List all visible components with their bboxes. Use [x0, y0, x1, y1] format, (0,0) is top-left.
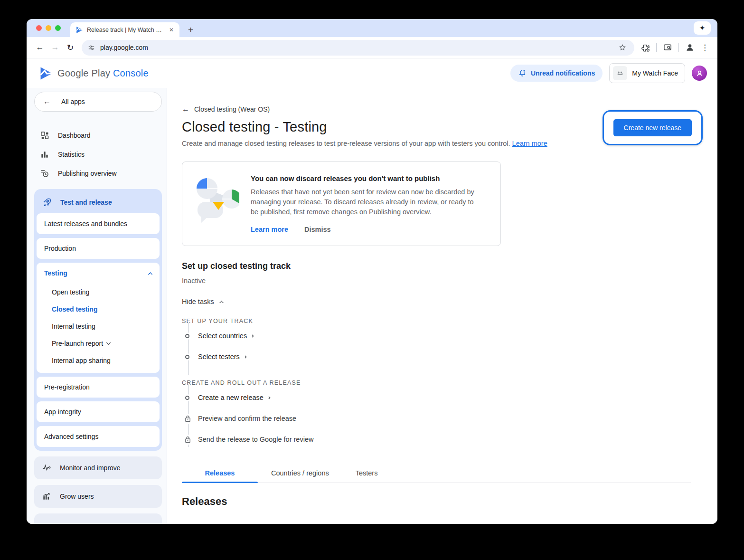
- tab-close-icon[interactable]: ✕: [167, 26, 176, 34]
- chevron-up-icon: [148, 272, 153, 276]
- minimize-window-button[interactable]: [46, 25, 51, 31]
- notification-bell-icon: [518, 69, 527, 77]
- sidebar-card-app-integrity[interactable]: App integrity: [37, 401, 160, 422]
- app-header: Google Play Console Unread notifications…: [27, 58, 717, 88]
- app-switcher-button[interactable]: My Watch Face: [609, 63, 685, 83]
- task-select-testers[interactable]: Select testers: [182, 346, 691, 367]
- play-console-logo[interactable]: Google Play Console: [40, 66, 149, 80]
- sidebar-item-monitor-and-improve[interactable]: Monitor and improve: [34, 456, 162, 479]
- sidebar-item-pre-launch-report[interactable]: Pre-launch report: [37, 335, 160, 352]
- unread-notifications-button[interactable]: Unread notifications: [510, 65, 603, 82]
- sidebar-item-internal-testing[interactable]: Internal testing: [37, 318, 160, 335]
- task-group-label: CREATE AND ROLL OUT A RELEASE: [182, 380, 691, 386]
- track-status: Inactive: [182, 277, 691, 285]
- sidebar-item-statistics[interactable]: Statistics: [34, 145, 162, 164]
- sidebar-card-testing: Testing Open testing Closed testing Inte…: [37, 263, 160, 373]
- discard-releases-notice: You can now discard releases you don't w…: [182, 161, 501, 246]
- grow-users-icon: [42, 492, 51, 501]
- notice-body: Releases that have not yet been sent for…: [251, 187, 479, 217]
- sidebar-item-internal-app-sharing[interactable]: Internal app sharing: [37, 352, 160, 369]
- partial-item-icon: [42, 520, 51, 524]
- statistics-icon: [40, 150, 49, 159]
- close-window-button[interactable]: [36, 25, 42, 31]
- url-text[interactable]: play.google.com: [100, 44, 612, 51]
- chevron-right-icon: [267, 396, 271, 399]
- notice-learn-more-link[interactable]: Learn more: [251, 226, 288, 233]
- publishing-overview-icon: [40, 169, 49, 178]
- back-arrow-icon: ←: [43, 97, 51, 106]
- browser-profile-icon[interactable]: [684, 41, 696, 54]
- sidebar-item-closed-testing[interactable]: Closed testing: [37, 301, 160, 318]
- brand-text: Google Play Console: [57, 68, 149, 79]
- task-list-setup: Select countries Select testers: [182, 325, 691, 367]
- dashboard-icon: [40, 131, 49, 140]
- notifications-label: Unread notifications: [531, 69, 595, 77]
- hide-tasks-toggle[interactable]: Hide tasks: [182, 298, 223, 305]
- bookmark-star-icon[interactable]: [616, 41, 629, 54]
- create-new-release-button[interactable]: Create new release: [613, 119, 692, 136]
- sidebar-item-partial[interactable]: [34, 513, 162, 524]
- sidebar-item-dashboard[interactable]: Dashboard: [34, 126, 162, 145]
- track-heading: Set up closed testing track: [182, 261, 691, 271]
- browser-tab[interactable]: Release track | My Watch Fac ✕: [70, 22, 179, 37]
- tab-favicon-play-icon: [76, 26, 83, 34]
- sidebar-item-test-and-release[interactable]: Test and release: [37, 191, 160, 213]
- chevron-right-icon: [251, 334, 254, 337]
- tab-countries-regions[interactable]: Countries / regions: [258, 463, 342, 483]
- toolbar-divider: [678, 43, 679, 52]
- play-console-logo-icon: [40, 66, 53, 80]
- chevron-right-icon: [244, 355, 247, 358]
- breadcrumb-back-icon[interactable]: ←: [182, 105, 189, 114]
- tab-strip: Release track | My Watch Fac ✕ + ✦: [27, 19, 717, 37]
- new-tab-button[interactable]: +: [185, 25, 196, 35]
- window-controls: [36, 25, 61, 31]
- wear-os-app-icon: [613, 66, 627, 80]
- fullscreen-window-button[interactable]: [55, 25, 61, 31]
- sidebar-card-latest-releases[interactable]: Latest releases and bundles: [37, 213, 160, 234]
- task-create-new-release[interactable]: Create a new release: [182, 387, 691, 408]
- sidebar-item-open-testing[interactable]: Open testing: [37, 284, 160, 301]
- task-preview-confirm-release: Preview and confirm the release: [182, 408, 691, 429]
- releases-section-heading: Releases: [182, 495, 691, 508]
- account-avatar[interactable]: [692, 66, 707, 81]
- site-settings-tune-icon[interactable]: [87, 44, 95, 52]
- sidebar-item-grow-users[interactable]: Grow users: [34, 485, 162, 508]
- toolbar-divider: [656, 43, 657, 52]
- sidebar-card-advanced-settings[interactable]: Advanced settings: [37, 426, 160, 447]
- notice-title: You can now discard releases you don't w…: [251, 174, 479, 182]
- sidebar-card-production[interactable]: Production: [37, 238, 160, 259]
- extensions-puzzle-icon[interactable]: [639, 41, 651, 54]
- monitor-pulse-icon: [42, 463, 51, 473]
- track-tabs: Releases Countries / regions Testers: [182, 463, 691, 483]
- sidebar: ← All apps Dashboard Statistics Publis: [27, 88, 167, 524]
- tab-testers[interactable]: Testers: [342, 463, 391, 483]
- browser-window: Release track | My Watch Fac ✕ + ✦ ← → ↻…: [27, 19, 717, 524]
- sparkle-icon[interactable]: ✦: [694, 21, 711, 35]
- rocket-icon: [42, 198, 52, 207]
- lock-icon: [184, 414, 191, 424]
- avatar-person-icon: [695, 69, 704, 78]
- tab-releases[interactable]: Releases: [182, 463, 258, 483]
- reload-icon[interactable]: ↻: [64, 41, 77, 54]
- notice-dismiss-button[interactable]: Dismiss: [304, 226, 331, 233]
- browser-toolbar: ← → ↻ play.google.com ⋮: [27, 37, 717, 58]
- task-send-release-for-review: Send the release to Google for review: [182, 429, 691, 450]
- task-todo-circle-icon: [185, 355, 189, 359]
- sidebar-card-pre-registration[interactable]: Pre-registration: [37, 377, 160, 398]
- main-content: Create new release ← Closed testing (Wea…: [167, 88, 717, 524]
- chevron-down-icon: [106, 341, 111, 345]
- browser-menu-icon[interactable]: ⋮: [698, 43, 712, 53]
- address-bar[interactable]: play.google.com: [82, 40, 634, 56]
- learn-more-link[interactable]: Learn more: [512, 140, 547, 147]
- forward-icon[interactable]: →: [48, 41, 62, 54]
- test-and-release-group: Test and release Latest releases and bun…: [34, 189, 162, 451]
- sidebar-item-publishing-overview[interactable]: Publishing overview: [34, 164, 162, 183]
- chevron-up-icon: [219, 300, 224, 305]
- tab-title: Release track | My Watch Fac: [87, 27, 163, 33]
- side-panel-search-icon[interactable]: [661, 41, 674, 54]
- app-name: My Watch Face: [632, 69, 678, 77]
- sidebar-item-testing[interactable]: Testing: [37, 263, 160, 284]
- task-select-countries[interactable]: Select countries: [182, 325, 691, 346]
- back-icon[interactable]: ←: [33, 41, 47, 54]
- all-apps-button[interactable]: ← All apps: [34, 92, 162, 112]
